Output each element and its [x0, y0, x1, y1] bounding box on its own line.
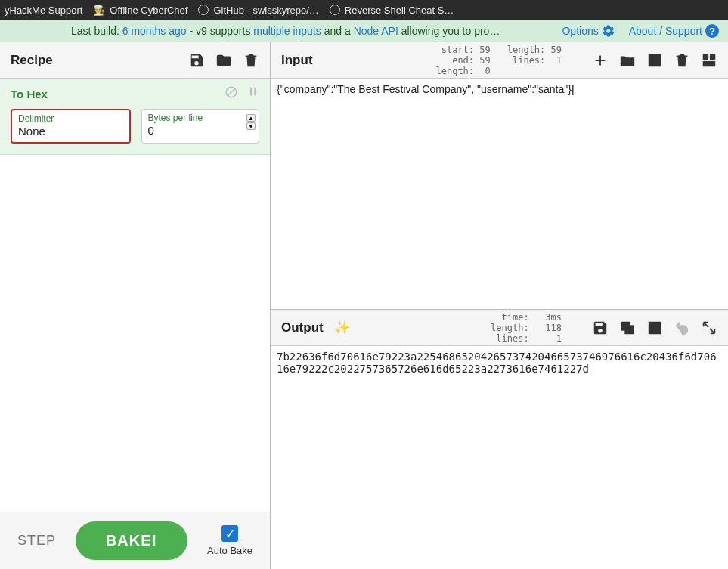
replace-input-icon[interactable]: [646, 320, 663, 336]
recipe-body[interactable]: To Hex Delimiter None Bytes per line 0: [0, 79, 270, 512]
svg-line-1: [228, 89, 235, 96]
input-stats-selection: start: 59 end: 59 length: 0: [436, 45, 491, 76]
recipe-title-bar: Recipe: [0, 42, 270, 79]
copy-output-icon[interactable]: [619, 320, 636, 336]
svg-rect-5: [703, 54, 708, 59]
browser-tab[interactable]: GitHub - swisskyrepo/…: [198, 5, 318, 16]
output-stats: time: 3ms length: 118 lines: 1: [491, 312, 562, 344]
github-icon: [198, 5, 209, 15]
browser-tab[interactable]: yHackMe Support: [5, 5, 82, 16]
chef-hat-icon: 👨‍🍳: [93, 5, 105, 16]
output-title-bar: Output ✨ time: 3ms length: 118 lines: 1: [271, 310, 728, 346]
svg-rect-6: [710, 54, 715, 59]
undo-icon[interactable]: [674, 320, 690, 336]
maximize-icon[interactable]: [701, 320, 717, 336]
input-title: Input: [281, 53, 313, 68]
magic-icon[interactable]: ✨: [334, 320, 350, 336]
autobake-checkbox[interactable]: ✓: [221, 525, 238, 542]
help-icon[interactable]: ?: [705, 24, 719, 38]
about-link[interactable]: About / Support: [629, 25, 702, 37]
operation-to-hex[interactable]: To Hex Delimiter None Bytes per line 0: [0, 79, 270, 155]
last-build-link[interactable]: 6 months ago: [122, 25, 187, 37]
open-file-icon[interactable]: [646, 52, 663, 69]
autobake-label: Auto Bake: [207, 545, 252, 556]
trash-icon[interactable]: [243, 52, 259, 69]
output-text[interactable]: 7b22636f6d70616e79223a225468652042657374…: [271, 346, 728, 569]
svg-rect-9: [622, 322, 630, 329]
options-link[interactable]: Options: [562, 25, 598, 37]
input-textarea[interactable]: {"company":"The Best Festival Company", …: [271, 79, 728, 309]
input-title-bar: Input start: 59 end: 59 length: 0 length…: [271, 42, 728, 79]
save-output-icon[interactable]: [592, 320, 609, 336]
clear-input-icon[interactable]: [674, 52, 690, 69]
input-stats-length: length: 59 lines: 1: [507, 45, 562, 76]
gear-icon[interactable]: [602, 24, 615, 38]
output-title: Output: [281, 320, 324, 336]
recipe-title: Recipe: [11, 53, 53, 68]
delimiter-select[interactable]: Delimiter None: [11, 109, 131, 144]
input-tabs-icon[interactable]: [701, 52, 717, 69]
notice-banner: Last build: 6 months ago - v9 supports m…: [0, 20, 728, 42]
browser-tab[interactable]: 👨‍🍳Offline CyberChef: [93, 5, 187, 16]
browser-tab[interactable]: Reverse Shell Cheat S…: [330, 5, 454, 16]
globe-icon: [330, 5, 340, 15]
svg-rect-3: [254, 88, 256, 96]
multiple-inputs-link[interactable]: multiple inputs: [253, 25, 321, 37]
browser-tab-bar: yHackMe Support 👨‍🍳Offline CyberChef Git…: [0, 0, 728, 20]
svg-rect-7: [703, 60, 716, 66]
node-api-link[interactable]: Node API: [354, 25, 398, 37]
add-input-icon[interactable]: [592, 52, 609, 69]
spinner-down[interactable]: ▼: [246, 122, 256, 130]
step-button[interactable]: STEP: [17, 533, 56, 549]
disable-operation-icon[interactable]: [225, 85, 238, 102]
folder-icon[interactable]: [215, 52, 232, 69]
svg-rect-2: [250, 88, 252, 96]
bake-button[interactable]: BAKE!: [76, 521, 187, 560]
open-folder-icon[interactable]: [619, 52, 636, 69]
save-icon[interactable]: [188, 52, 205, 69]
spinner-up[interactable]: ▲: [246, 114, 256, 122]
pause-operation-icon[interactable]: [247, 85, 259, 102]
bake-bar: STEP BAKE! ✓ Auto Bake: [0, 512, 270, 569]
operation-name: To Hex: [11, 88, 48, 101]
bytes-per-line-input[interactable]: Bytes per line 0 ▲ ▼: [141, 109, 260, 144]
